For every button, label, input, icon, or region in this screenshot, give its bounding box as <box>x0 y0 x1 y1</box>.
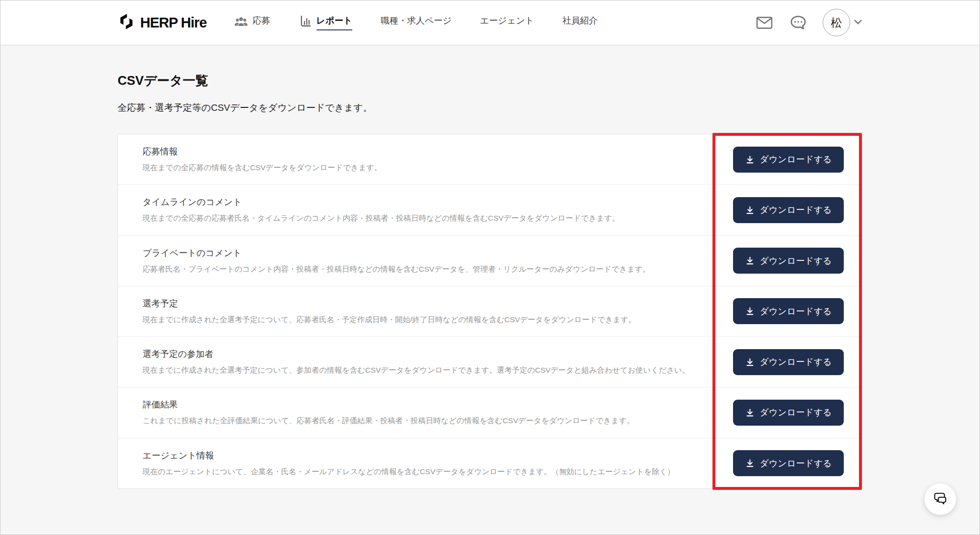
csv-row-description: 現在までに作成された全選考予定について、参加者の情報を含むCSVデータをダウンロ… <box>143 364 701 376</box>
csv-row-action: ダウンロードする <box>715 450 862 476</box>
csv-row-action: ダウンロードする <box>715 349 862 375</box>
csv-row-text: 応募情報 現在までの全応募の情報を含むCSVデータをダウンロードできます。 <box>143 146 715 173</box>
page-title: CSVデータ一覧 <box>118 72 862 89</box>
download-button[interactable]: ダウンロードする <box>733 248 844 274</box>
csv-row-description: 現在のエージェントについて、企業名・氏名・メールアドレスなどの情報を含むCSVデ… <box>143 466 701 477</box>
csv-row-action: ダウンロードする <box>715 400 862 426</box>
download-button[interactable]: ダウンロードする <box>733 147 844 173</box>
download-button-label: ダウンロードする <box>760 255 832 267</box>
download-icon <box>745 357 755 367</box>
csv-row-description: これまでに投稿された全評価結果について、応募者氏名・評価結果・投稿者・投稿日時な… <box>143 415 701 426</box>
csv-row-text: 選考予定 現在までに作成された全選考予定について、応募者氏名・予定作成日時・開始… <box>143 298 715 325</box>
download-button[interactable]: ダウンロードする <box>733 450 844 476</box>
download-button-label: ダウンロードする <box>760 204 832 216</box>
nav-label: 職種・求人ページ <box>381 15 452 30</box>
download-icon <box>745 459 755 468</box>
page-subtitle: 全応募・選考予定等のCSVデータをダウンロードできます。 <box>118 102 862 114</box>
nav-item-agents[interactable]: エージェント <box>480 15 534 30</box>
download-button-label: ダウンロードする <box>760 306 832 317</box>
download-button-label: ダウンロードする <box>760 356 832 368</box>
csv-row: 選考予定の参加者 現在までに作成された全選考予定について、参加者の情報を含むCS… <box>118 336 862 387</box>
download-button-label: ダウンロードする <box>760 458 832 469</box>
nav-item-reports[interactable]: レポート <box>299 15 352 30</box>
herp-logo-icon <box>118 13 135 32</box>
download-button[interactable]: ダウンロードする <box>733 298 844 324</box>
csv-row-description: 応募者氏名・プライベートのコメント内容・投稿者・投稿日時などの情報を含むCSVデ… <box>143 263 701 275</box>
support-chat-fab[interactable] <box>925 484 956 515</box>
csv-row-action: ダウンロードする <box>715 248 862 274</box>
csv-row-description: 現在までの全応募の情報を含むCSVデータをダウンロードできます。 <box>143 162 701 173</box>
download-icon <box>745 408 755 417</box>
csv-row-description: 現在までの全応募の応募者氏名・タイムラインのコメント内容・投稿者・投稿日時などの… <box>143 212 701 224</box>
nav-label: 応募 <box>253 15 270 30</box>
csv-row-title: タイムラインのコメント <box>143 196 701 208</box>
download-icon <box>745 256 755 265</box>
csv-list: 応募情報 現在までの全応募の情報を含むCSVデータをダウンロードできます。 ダウ… <box>118 134 862 489</box>
csv-row-text: 選考予定の参加者 現在までに作成された全選考予定について、参加者の情報を含むCS… <box>143 348 715 376</box>
download-button[interactable]: ダウンロードする <box>733 197 844 223</box>
main-content: CSVデータ一覧 全応募・選考予定等のCSVデータをダウンロードできます。 応募… <box>118 45 862 489</box>
user-menu[interactable]: 松 <box>823 9 862 36</box>
csv-row: 評価結果 これまでに投稿された全評価結果について、応募者氏名・評価結果・投稿者・… <box>118 387 862 437</box>
support-chat-icon <box>932 491 948 508</box>
csv-row-title: エージェント情報 <box>143 450 701 461</box>
header-actions: 松 <box>756 9 862 36</box>
csv-row-title: プライベートのコメント <box>143 247 701 259</box>
download-icon <box>745 155 755 164</box>
csv-row-text: 評価結果 これまでに投稿された全評価結果について、応募者氏名・評価結果・投稿者・… <box>143 399 715 426</box>
csv-row-text: エージェント情報 現在のエージェントについて、企業名・氏名・メールアドレスなどの… <box>143 450 715 477</box>
nav-item-applications[interactable]: 応募 <box>234 15 270 30</box>
csv-row: プライベートのコメント 応募者氏名・プライベートのコメント内容・投稿者・投稿日時… <box>118 235 862 286</box>
main-nav: 応募 レポート 職種・求人ページ <box>234 15 598 30</box>
nav-label: エージェント <box>480 15 534 30</box>
nav-label: 社員紹介 <box>563 15 598 30</box>
csv-row: タイムラインのコメント 現在までの全応募の応募者氏名・タイムラインのコメント内容… <box>118 184 862 235</box>
mail-icon[interactable] <box>756 16 773 29</box>
csv-row: 応募情報 現在までの全応募の情報を含むCSVデータをダウンロードできます。 ダウ… <box>118 134 862 184</box>
download-icon <box>745 205 755 215</box>
nav-item-job-pages[interactable]: 職種・求人ページ <box>381 15 452 30</box>
bar-chart-icon <box>299 15 312 30</box>
nav-label: レポート <box>317 15 352 30</box>
csv-row-text: タイムラインのコメント 現在までの全応募の応募者氏名・タイムラインのコメント内容… <box>143 196 715 224</box>
top-navigation-bar: HERP Hire 応募 <box>0 0 980 45</box>
chevron-down-icon <box>854 18 862 27</box>
csv-row-action: ダウンロードする <box>715 298 862 324</box>
csv-row-title: 選考予定の参加者 <box>143 348 701 360</box>
download-icon <box>745 306 755 316</box>
csv-row-description: 現在までに作成された全選考予定について、応募者氏名・予定作成日時・開始/終了日時… <box>143 314 701 325</box>
csv-row-text: プライベートのコメント 応募者氏名・プライベートのコメント内容・投稿者・投稿日時… <box>143 247 715 275</box>
download-button-label: ダウンロードする <box>760 153 832 165</box>
download-button[interactable]: ダウンロードする <box>733 400 844 426</box>
nav-item-employee-referral[interactable]: 社員紹介 <box>563 15 598 30</box>
csv-row-title: 評価結果 <box>143 399 701 410</box>
brand-logo[interactable]: HERP Hire <box>118 13 207 32</box>
csv-row-title: 選考予定 <box>143 298 701 309</box>
download-button-label: ダウンロードする <box>760 407 832 418</box>
chat-bubble-icon[interactable] <box>789 15 807 31</box>
csv-row-action: ダウンロードする <box>715 147 862 173</box>
csv-row: 選考予定 現在までに作成された全選考予定について、応募者氏名・予定作成日時・開始… <box>118 286 862 336</box>
csv-row-title: 応募情報 <box>143 146 701 157</box>
csv-row: エージェント情報 現在のエージェントについて、企業名・氏名・メールアドレスなどの… <box>118 438 862 488</box>
people-icon <box>234 16 248 30</box>
app-screen: HERP Hire 応募 <box>0 0 980 535</box>
download-button[interactable]: ダウンロードする <box>733 349 844 375</box>
brand-name: HERP Hire <box>140 15 207 31</box>
avatar[interactable]: 松 <box>823 9 850 36</box>
csv-row-action: ダウンロードする <box>715 197 862 223</box>
